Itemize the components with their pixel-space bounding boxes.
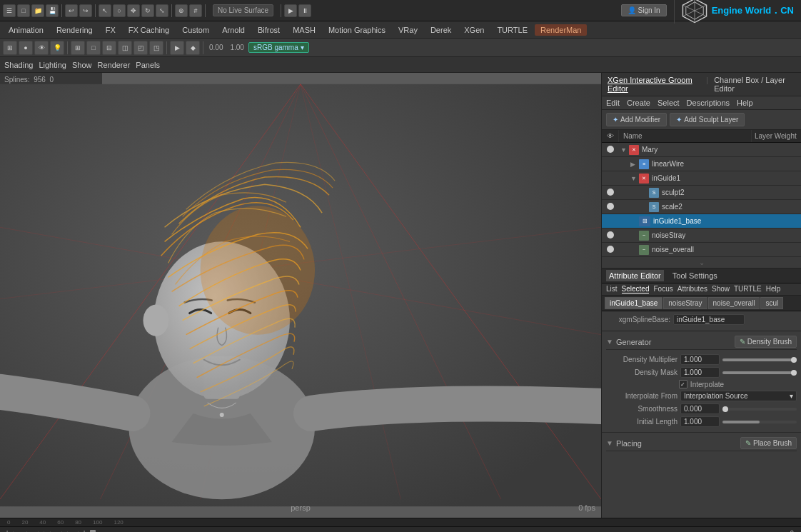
xgen-help-menu[interactable]: Help [737, 99, 753, 107]
layout-icon-6[interactable]: ◳ [149, 41, 163, 55]
sign-in-button[interactable]: 👤 Sign In [621, 4, 667, 16]
density-multiplier-slider[interactable] [722, 358, 797, 361]
at-tab-scul[interactable]: scul [760, 297, 783, 309]
vis-mary[interactable] [602, 146, 619, 154]
layout-icon-5[interactable]: ◰ [134, 41, 148, 55]
xgen-descriptions-menu[interactable]: Descriptions [687, 99, 730, 107]
interpolate-checkbox[interactable] [679, 380, 687, 388]
expand-linearwire[interactable]: ▶ [630, 161, 638, 168]
am-turtle[interactable]: TURTLE [734, 285, 762, 293]
expand-scale2[interactable] [640, 204, 648, 211]
am-selected[interactable]: Selected [622, 285, 650, 293]
expand-inguide1-base[interactable] [630, 218, 638, 225]
menu-derek[interactable]: Derek [425, 24, 457, 36]
mode-icon-3[interactable]: 👁 [34, 41, 49, 55]
spline-base-value[interactable]: inGuide1_base [673, 314, 745, 325]
expand-noisestray[interactable] [630, 232, 638, 239]
am-list[interactable]: List [606, 285, 618, 293]
xgen-create-menu[interactable]: Create [627, 99, 650, 107]
scale-icon[interactable]: ⤡ [156, 4, 168, 17]
at-tab-noisestray[interactable]: noiseStray [663, 297, 707, 309]
layer-row-sculpt2[interactable]: S sculpt2 [602, 186, 801, 200]
attr-editor-tab[interactable]: Attribute Editor [606, 270, 664, 281]
menu-custom[interactable]: Custom [176, 24, 215, 36]
placing-expand-arrow[interactable]: ▼ [606, 439, 613, 447]
mode-icon-4[interactable]: 💡 [50, 41, 64, 55]
am-focus[interactable]: Focus [653, 285, 672, 293]
undo-icon[interactable]: ↩ [65, 4, 78, 17]
menu-fx[interactable]: FX [100, 24, 121, 36]
layout-icon-4[interactable]: ◫ [118, 41, 132, 55]
layout-icon-2[interactable]: □ [86, 41, 101, 55]
pause-icon[interactable]: ⏸ [298, 4, 311, 17]
at-tab-noise-overall[interactable]: noise_overall [708, 297, 760, 309]
layer-row-linearwire[interactable]: ▶ ≡ linearWire [602, 157, 801, 171]
layout-icon-3[interactable]: ⊟ [102, 41, 116, 55]
vis-noise-overall[interactable] [602, 246, 619, 254]
interpolate-from-select[interactable]: Interpolation Source ▾ [680, 391, 797, 401]
at-tab-inguide1-base[interactable]: inGuide1_base [605, 297, 663, 309]
xgen-edit-menu[interactable]: Edit [606, 99, 620, 107]
render-icon-1[interactable]: ▶ [170, 41, 184, 55]
menu-icon[interactable]: ☰ [3, 4, 16, 17]
layer-row-inguide1[interactable]: ▼ ✕ inGuide1 [602, 171, 801, 186]
vis-sculpt2[interactable] [602, 189, 619, 197]
lighting-menu[interactable]: Lighting [39, 61, 66, 69]
expand-mary[interactable]: ▼ [620, 146, 628, 154]
expand-sculpt2[interactable] [640, 189, 648, 196]
menu-animation[interactable]: Animation [3, 24, 49, 36]
color-space-select[interactable]: sRGB gamma ▾ [248, 42, 309, 53]
renderer-menu[interactable]: Renderer [97, 61, 130, 69]
generator-expand-arrow[interactable]: ▼ [606, 338, 613, 346]
menu-xgen[interactable]: XGen [458, 24, 490, 36]
xgen-select-menu[interactable]: Select [658, 99, 680, 107]
add-modifier-button[interactable]: ✦ Add Modifier [606, 113, 667, 126]
density-mask-input[interactable] [680, 367, 720, 378]
menu-bifrost[interactable]: Bifrost [252, 24, 286, 36]
menu-mash[interactable]: MASH [287, 24, 321, 36]
menu-fx-caching[interactable]: FX Caching [123, 24, 175, 36]
menu-rendering[interactable]: Rendering [51, 24, 99, 36]
vis-scale2[interactable] [602, 203, 619, 211]
density-brush-button[interactable]: ✎ Density Brush [735, 336, 797, 348]
panels-menu[interactable]: Panels [136, 61, 160, 69]
smoothness-slider[interactable] [722, 408, 797, 411]
am-help[interactable]: Help [766, 285, 781, 293]
snap-icon[interactable]: ⊕ [175, 4, 188, 17]
layer-row-mary[interactable]: ▼ ✕ Mary [602, 143, 801, 157]
xgen-channel-tab[interactable]: Channel Box / Layer Editor [714, 76, 795, 93]
layer-row-noise-overall[interactable]: ~ noise_overall [602, 243, 801, 257]
no-live-surface-btn[interactable]: No Live Surface [213, 4, 273, 16]
lasso-icon[interactable]: ○ [113, 4, 126, 17]
mode-icon-2[interactable]: ● [19, 41, 33, 55]
layer-row-inguide1-base[interactable]: ⊞ inGuide1_base [602, 214, 801, 229]
add-sculpt-layer-button[interactable]: ✦ Add Sculpt Layer [670, 113, 745, 126]
layer-row-noisestray[interactable]: ~ noiseStray [602, 229, 801, 243]
mode-icon-1[interactable]: ⊞ [3, 41, 17, 55]
menu-arnold[interactable]: Arnold [216, 24, 251, 36]
smoothness-input[interactable] [680, 403, 720, 414]
rotate-icon[interactable]: ↻ [141, 4, 154, 17]
move-icon[interactable]: ✥ [127, 4, 140, 17]
layout-icon-1[interactable]: ⊞ [71, 41, 85, 55]
menu-motion-graphics[interactable]: Motion Graphics [323, 24, 391, 36]
menu-turtle[interactable]: TURTLE [491, 24, 533, 36]
open-icon[interactable]: 📁 [31, 4, 44, 17]
tool-settings-tab[interactable]: Tool Settings [670, 270, 720, 281]
new-icon[interactable]: □ [17, 4, 30, 17]
place-brush-button[interactable]: ✎ Place Brush [740, 437, 797, 449]
grid-snap-icon[interactable]: # [189, 4, 202, 17]
menu-vray[interactable]: VRay [393, 24, 423, 36]
viewport[interactable]: Splines: 956 0 Memory: 4 096 1 189 1 378 [0, 73, 601, 518]
menu-renderman[interactable]: RenderMan [535, 24, 587, 36]
expand-noise-overall[interactable] [630, 246, 638, 254]
density-multiplier-input[interactable] [680, 354, 720, 365]
expand-inguide1[interactable]: ▼ [630, 175, 638, 182]
initial-length-input[interactable] [680, 416, 720, 427]
redo-icon[interactable]: ↪ [79, 4, 92, 17]
select-icon[interactable]: ↖ [99, 4, 111, 17]
shading-menu[interactable]: Shading [4, 61, 33, 69]
xgen-groom-tab[interactable]: XGen Interactive Groom Editor [608, 76, 700, 93]
layer-row-scale2[interactable]: S scale2 [602, 200, 801, 214]
am-show[interactable]: Show [712, 285, 730, 293]
